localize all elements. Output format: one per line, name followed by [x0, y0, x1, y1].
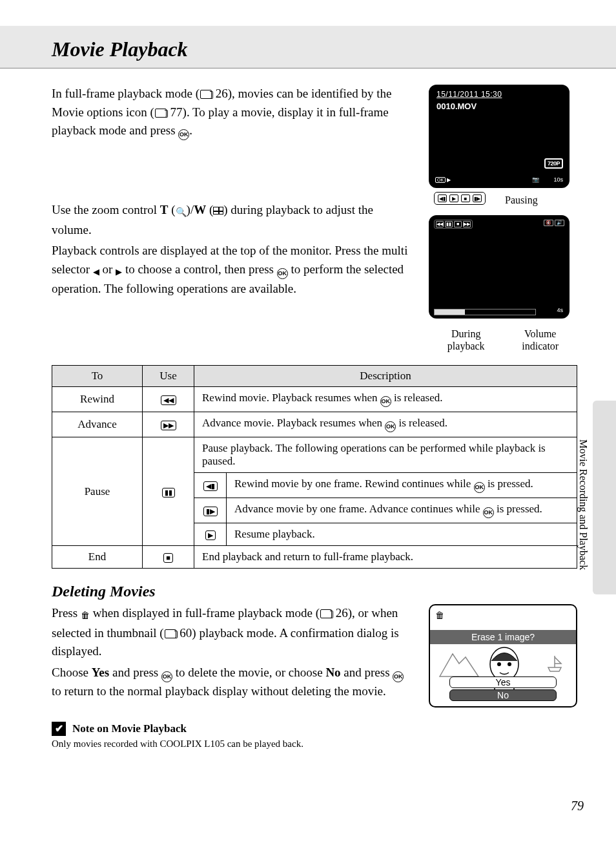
- side-tab: [593, 401, 616, 594]
- svg-point-2: [508, 662, 511, 666]
- frame-advance-icon: ▮▶: [473, 194, 482, 202]
- stop-icon: ■: [461, 194, 470, 202]
- pause-icon: ▮▮: [162, 488, 175, 498]
- row-end: End ■ End playback and return to full-fr…: [52, 546, 577, 569]
- para2-text: Use the zoom control T ()/W () during pl…: [52, 201, 409, 352]
- ok-icon: [380, 396, 391, 407]
- advance-icon: ▶▶: [161, 421, 176, 430]
- lcd-datetime: 15/11/2011 15:30: [436, 90, 502, 99]
- title-band: Movie Playback: [0, 26, 616, 68]
- lcd2-figure: ◀▮ ▶ ■ ▮▶ Pausing ◀◀ ▮▮ ■ ▶▶ 🔇 🔊: [429, 201, 577, 352]
- delete-dialog: 🗑 Erase 1 image? Yes: [429, 604, 577, 708]
- lcd-screen-1: 15/11/2011 15:30 0010.MOV 720P OK ▶ 📷 10…: [429, 85, 570, 188]
- play-icon: ▶: [449, 194, 458, 202]
- volume-indicator-label: Volumeindicator: [522, 328, 559, 352]
- frame-advance-icon: ▮▶: [203, 507, 218, 516]
- row-pause: Pause ▮▮ Pause playback. The following o…: [52, 437, 577, 473]
- note-header: ✔ Note on Movie Playback: [52, 722, 577, 736]
- book-icon: [320, 609, 332, 618]
- resolution-badge: 720P: [544, 158, 563, 169]
- book-icon: [165, 629, 176, 638]
- lcd-screen-2: ◀◀ ▮▮ ■ ▶▶ 🔇 🔊 4s: [429, 215, 570, 319]
- th-to: To: [52, 366, 143, 387]
- para2-row: Use the zoom control T ()/W () during pl…: [52, 201, 577, 352]
- frame-rewind-icon: ◀▮: [438, 194, 447, 202]
- stop-icon: ■: [163, 553, 173, 563]
- lcd2-annotations: Duringplayback Volumeindicator: [429, 328, 577, 352]
- lcd-bottom-bar: OK ▶ 📷 10s: [430, 174, 568, 185]
- ok-icon: [277, 268, 288, 279]
- row-rewind: Rewind ◀◀ Rewind movie. Playback resumes…: [52, 387, 577, 412]
- operations-table: To Use Description Rewind ◀◀ Rewind movi…: [52, 365, 577, 569]
- intro-text: In full-frame playback mode ( 26), movie…: [52, 85, 409, 188]
- pausing-callout: ◀▮ ▶ ■ ▮▶: [434, 192, 486, 205]
- delete-dialog-figure: 🗑 Erase 1 image? Yes: [429, 604, 577, 708]
- deleting-row: Press when displayed in full-frame playb…: [52, 604, 577, 708]
- ok-icon: [161, 671, 172, 682]
- row-advance: Advance ▶▶ Advance movie. Playback resum…: [52, 412, 577, 437]
- ok-icon: [178, 129, 189, 140]
- lcd-duration: 10s: [553, 176, 563, 183]
- frame-rewind-icon: ◀▮: [203, 481, 218, 491]
- check-icon: ✔: [52, 722, 66, 736]
- right-arrow-icon: [116, 262, 122, 280]
- book-icon: [200, 90, 212, 99]
- manual-page: Movie Playback In full-frame playback mo…: [0, 0, 616, 849]
- intro-row: In full-frame playback mode ( 26), movie…: [52, 85, 577, 188]
- thumbnail-icon: [213, 207, 223, 215]
- boat-icon: [545, 655, 564, 674]
- ok-icon: [393, 671, 404, 682]
- dialog-no: No: [449, 689, 557, 701]
- page-number: 79: [571, 799, 584, 813]
- note-title: Note on Movie Playback: [72, 722, 187, 735]
- th-desc: Description: [194, 366, 577, 387]
- dialog-yes: Yes: [449, 676, 557, 688]
- ok-icon: [385, 421, 396, 432]
- play-icon: ▶: [205, 530, 216, 540]
- th-use: Use: [143, 366, 194, 387]
- trash-icon: 🗑: [435, 611, 444, 621]
- left-arrow-icon: [93, 262, 99, 280]
- trash-icon: [81, 605, 90, 624]
- content: In full-frame playback mode ( 26), movie…: [52, 68, 577, 749]
- deleting-text: Press when displayed in full-frame playb…: [52, 604, 409, 708]
- lcd-filename: 0010.MOV: [436, 101, 477, 111]
- during-playback-label: Duringplayback: [447, 328, 485, 352]
- svg-point-1: [497, 662, 501, 666]
- mountain-icon: [436, 647, 482, 680]
- book-icon: [155, 109, 167, 118]
- section-label: Movie Recording and Playback: [577, 439, 589, 570]
- pausing-label: Pausing: [505, 194, 538, 206]
- page-title: Movie Playback: [52, 37, 577, 61]
- rewind-icon: ◀◀: [161, 395, 176, 405]
- lcd1-figure: 15/11/2011 15:30 0010.MOV 720P OK ▶ 📷 10…: [429, 85, 577, 188]
- ok-icon: [474, 482, 485, 493]
- playback-controls: ◀◀ ▮▮ ■ ▶▶: [434, 220, 473, 229]
- ok-icon: [483, 507, 494, 518]
- lcd2-duration: 4s: [557, 307, 563, 313]
- magnify-icon: [176, 202, 187, 221]
- note-body: Only movies recorded with COOLPIX L105 c…: [52, 739, 577, 749]
- dialog-prompt: Erase 1 image?: [430, 630, 576, 644]
- deleting-title: Deleting Movies: [52, 583, 577, 600]
- volume-control: 🔇 🔊: [544, 220, 564, 226]
